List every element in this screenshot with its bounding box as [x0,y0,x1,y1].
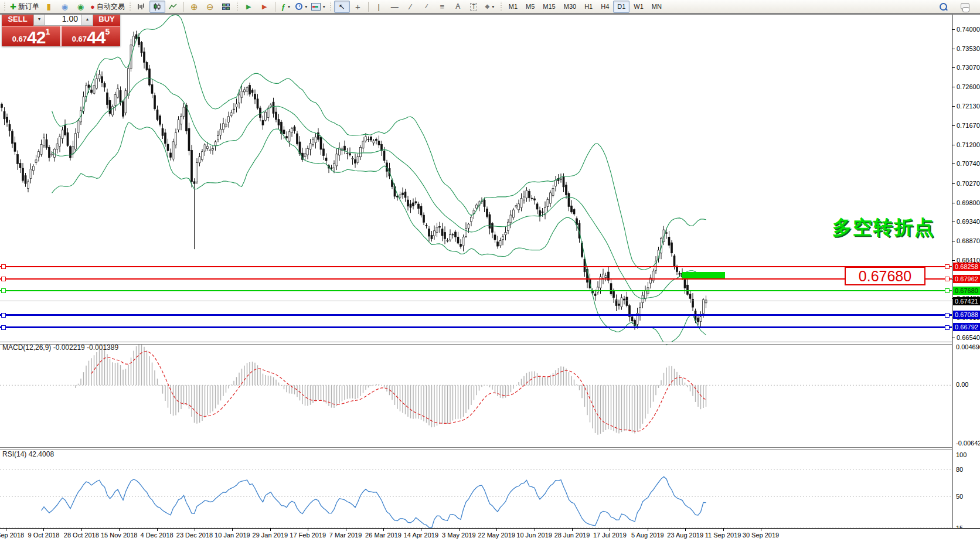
hline-0.67680[interactable] [0,290,952,291]
tile-windows-button[interactable] [218,1,234,13]
auto-scroll-button[interactable]: ▶ [241,1,257,13]
channel-button[interactable]: ∕∕ [418,1,434,13]
price-tick [952,29,955,30]
timeframe-button-MN[interactable]: MN [648,1,666,13]
indicators-button[interactable]: ƒ ▾ [278,1,294,13]
new-order-button[interactable]: ✚ 新订单 [8,1,41,13]
signals-button[interactable]: ◉ [73,1,89,13]
line-handle[interactable] [1,277,6,281]
candlestick-button[interactable] [149,1,165,13]
date-tick [535,529,535,531]
hline-0.67962[interactable] [0,278,952,280]
trendline-button[interactable]: ∕ [403,1,418,13]
line-handle[interactable] [945,313,950,318]
vertical-line-button[interactable]: | [371,1,387,13]
date-tick [383,529,384,531]
search-icon [940,3,947,11]
auto-trading-icon: ● [90,3,95,11]
new-order-label: 新订单 [18,2,39,12]
timeframe-button-M1[interactable]: M1 [505,1,522,13]
zoom-in-button[interactable]: ⊕ [186,1,202,13]
timeframe-button-M30[interactable]: M30 [560,1,580,13]
bid-price[interactable]: 0.67 42 1 [2,26,60,46]
timeframe-button-H4[interactable]: H4 [597,1,613,13]
timeframe-button-D1[interactable]: D1 [613,1,629,13]
line-handle[interactable] [945,325,950,330]
auto-scroll-icon: ▶ [246,4,251,10]
line-handle[interactable] [1,313,6,318]
bar-chart-button[interactable] [134,1,149,13]
crosshair-button[interactable]: + [350,1,366,13]
ask-pip-digit: 5 [105,27,110,36]
zoom-out-button[interactable]: ⊖ [202,1,218,13]
hline-0.66792[interactable] [0,326,952,328]
horizontal-line-icon: — [391,3,399,11]
toolbar: ✚ 新订单 ▮ ◉ ◉ ● 自动交易 ⊕ ⊖ [0,0,980,13]
price-tick-label: 0.66540 [957,334,980,342]
price-tick-label: 0.70740 [957,160,980,168]
macd-axis-zero: 0.00 [956,381,968,388]
fibonacci-button[interactable]: ≡ [434,1,450,13]
timeframe-button-M5[interactable]: M5 [522,1,539,13]
horizontal-line-button[interactable]: — [387,1,403,13]
toolbar-grip[interactable] [329,2,332,12]
line-handle[interactable] [945,277,950,281]
text-button[interactable]: A [450,1,466,13]
toolbar-grip[interactable] [499,2,503,12]
mql5-market-button[interactable]: ▮ [41,1,57,13]
timeframe-button-M15[interactable]: M15 [539,1,559,13]
line-handle[interactable] [1,288,6,293]
chart-annotation-text[interactable]: 多空转折点 [832,214,935,241]
toolbar-grip[interactable] [236,2,239,12]
price-tick-label: 0.69340 [957,218,980,226]
price-tick [952,49,955,49]
toolbar-grip[interactable] [128,2,132,12]
line-chart-button[interactable] [165,1,181,13]
search-button[interactable] [935,1,951,13]
rsi-axis-80: 80 [956,466,963,473]
hline-0.68258[interactable] [0,266,952,267]
auto-trading-label: 自动交易 [97,2,125,12]
price-tick-label: 0.71670 [957,122,980,130]
time-axis[interactable]: 20 Sep 20189 Oct 201828 Oct 201815 Nov 2… [0,528,980,541]
line-handle[interactable] [1,325,6,330]
date-tick [157,529,158,531]
price-level-tag[interactable]: 0.67680 [845,267,925,285]
templates-button[interactable]: ▾ [309,1,327,13]
date-tick [761,529,761,531]
price-level-label-0.67088: 0.67088 [953,311,980,319]
text-label-button[interactable]: T [466,1,482,13]
auto-trading-button[interactable]: ● 自动交易 [89,1,127,13]
macd-axis-min: -0.006427 [956,440,980,447]
date-tick [346,529,346,531]
price-tick [952,164,955,164]
panel-separator-rsi[interactable] [0,447,980,450]
hline-0.67088[interactable] [0,314,952,316]
shapes-icon: ◆ [485,4,489,9]
indicators-icon: ƒ [281,3,285,11]
chat-icon [961,3,969,9]
line-handle[interactable] [1,264,6,269]
line-handle[interactable] [945,264,950,269]
timeframe-button-H1[interactable]: H1 [580,1,597,13]
ask-price[interactable]: 0.67 44 5 [62,26,120,46]
date-tick [572,529,573,531]
mql5-community-button[interactable]: ◉ [57,1,73,13]
date-tick [81,529,82,531]
price-axis[interactable]: 0.740000.735300.730700.726000.721300.716… [952,0,980,528]
dropdown-arrow-icon: ▾ [305,4,307,9]
price-level-label-0.67421: 0.67421 [953,297,980,305]
cursor-button[interactable]: ↖ [334,1,350,13]
hline-0.67421[interactable] [0,301,952,301]
panel-separator-macd[interactable] [0,342,980,345]
shapes-button[interactable]: ◆ ▾ [482,1,498,13]
chat-button[interactable] [957,1,973,13]
highlight-bar[interactable] [682,272,725,278]
price-tick-label: 0.69800 [957,199,980,207]
chart-shift-button[interactable]: ▶ [257,1,273,13]
toolbar-grip[interactable] [3,2,6,12]
periods-button[interactable]: ▾ [294,1,309,13]
timeframe-button-W1[interactable]: W1 [629,1,648,13]
date-tick [723,529,724,531]
line-handle[interactable] [945,288,950,293]
